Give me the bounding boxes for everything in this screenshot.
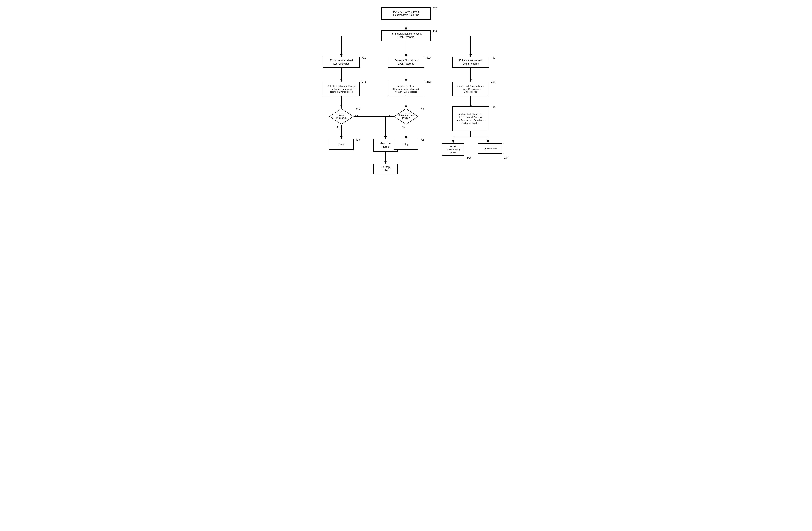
svg-marker-1 <box>405 28 407 30</box>
label-yes1: Yes <box>355 114 358 117</box>
svg-marker-29 <box>405 136 407 139</box>
node-428: Stop <box>394 139 418 150</box>
step-430: 430 <box>491 56 495 59</box>
step-418: 418 <box>356 138 360 141</box>
step-422: 422 <box>426 56 431 59</box>
step-428: 428 <box>420 138 424 141</box>
node-422: Enhance Normalized Event Records <box>388 57 424 68</box>
flowchart: Receive Network Event Records from Step … <box>307 4 505 189</box>
label-no1: No <box>337 126 340 129</box>
step-410: 410 <box>433 30 437 33</box>
svg-marker-3 <box>405 54 407 57</box>
step-438: 438 <box>504 157 508 160</box>
step-434: 434 <box>491 105 495 108</box>
step-412: 412 <box>362 56 366 59</box>
label-no2: No <box>402 126 405 129</box>
svg-marker-9 <box>469 54 472 57</box>
svg-marker-31 <box>385 161 387 164</box>
node-416: Exceed Threshold? <box>329 108 354 125</box>
node-438: Update Profiles <box>478 143 503 154</box>
node-430: Enhance Normalized Event Records <box>452 57 489 68</box>
step-424: 424 <box>426 81 431 84</box>
svg-marker-6 <box>340 54 343 57</box>
node-424: Select a Profile for Comparison to Enhan… <box>388 82 424 97</box>
svg-marker-35 <box>452 141 454 143</box>
step-426: 426 <box>420 108 424 110</box>
node-410: Normalize/Dispatch Network Event Records <box>381 30 431 41</box>
svg-marker-19 <box>405 106 407 108</box>
node-step116: To Step 116 <box>373 164 398 174</box>
node-408: Receive Network Event Records from Step … <box>381 7 431 20</box>
step-416: 416 <box>356 108 360 110</box>
label-yes2: Yes <box>389 114 392 117</box>
svg-marker-15 <box>469 79 472 82</box>
step-414: 414 <box>362 81 366 84</box>
step-436: 436 <box>466 157 470 160</box>
svg-marker-11 <box>340 79 343 82</box>
step-432: 432 <box>491 81 495 84</box>
node-414: Select Thresholding Rule(s) for Testing … <box>323 82 360 97</box>
svg-marker-23 <box>340 136 343 139</box>
node-426: Departure from Profile? <box>394 108 418 125</box>
node-418: Stop <box>329 139 354 150</box>
svg-marker-17 <box>340 106 343 108</box>
node-412: Enhance Normalized Event Records <box>323 57 360 68</box>
svg-marker-13 <box>405 79 407 82</box>
node-434: Analyze Call Histories to Learn Normal P… <box>452 106 489 131</box>
svg-marker-26 <box>385 136 387 139</box>
node-432: Collect and Store Network Event Records … <box>452 82 489 97</box>
svg-marker-38 <box>487 141 489 143</box>
node-436: Modify Thresholding Rules <box>442 143 464 156</box>
step-408: 408 <box>433 6 437 9</box>
